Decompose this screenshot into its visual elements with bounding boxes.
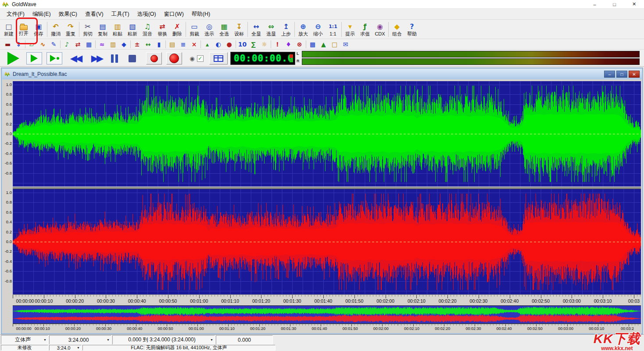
toolbar-button-paste[interactable]: ▥粘贴 [110,20,125,39]
menu-window[interactable]: 窗口(W) [160,9,188,19]
toolbar-button-undo[interactable]: ↶撤消 [48,20,63,39]
time-label: 00:01:40 [312,298,335,304]
control-properties-button[interactable] [209,50,228,67]
toolbar-button-select-view[interactable]: ◎选示 [202,20,217,39]
menu-help[interactable]: 帮助(H) [188,9,214,19]
app-titlebar[interactable]: GoldWave – □ ✕ [0,0,644,9]
total-length-select[interactable]: 3:24.000 ▼ [49,335,111,344]
selection-range-select[interactable]: 0.000 到 3:24.000 (3:24.000) ▼ [112,335,215,344]
effect-icon-22[interactable]: ∑ [248,39,259,49]
document-titlebar[interactable]: Dream_It_Possible.flac – □ ✕ [2,69,642,79]
toolbar-button-replace[interactable]: ⇄替换 [155,20,170,39]
effect-icon-7[interactable]: ⇄ [72,39,83,49]
stop-button[interactable] [125,50,139,67]
maximize-button[interactable]: □ [605,0,624,9]
effect-icon-5[interactable]: ✎ [48,39,59,49]
effect-icon-4[interactable]: ∿ [37,39,48,49]
amplitude-label: -0.4 [2,259,12,264]
fast-forward-button[interactable]: ▶▶ [87,50,106,67]
toolbar-button-zoom-in[interactable]: ⊕放大 [296,20,311,39]
effect-icon-29[interactable]: □ [329,39,340,49]
toolbar-button-select-all[interactable]: ▦全选 [217,20,232,39]
menu-tool[interactable]: 工具(T) [107,9,133,19]
toolbar-button-copy[interactable]: ▤复制 [95,20,110,39]
menu-options[interactable]: 选项(O) [133,9,160,19]
toolbar-button-help[interactable]: ?帮助 [404,20,419,39]
effect-icon-27[interactable]: ▩ [307,39,318,49]
menu-view[interactable]: 查看(V) [81,9,107,19]
effect-icon-2[interactable]: ⇕ [13,39,24,49]
effect-icon-13[interactable]: ↔ [143,39,154,49]
toolbar-button-join[interactable]: ◆组合 [390,20,404,39]
overview-strip[interactable] [13,305,641,324]
effect-icon-21[interactable]: 10 [237,39,248,49]
time-label: 00:03:10 [591,298,614,304]
toolbar-button-zoom-out[interactable]: ⊖缩小 [311,20,326,39]
menu-file[interactable]: 文件(F) [3,9,29,19]
toolbar-button-delete[interactable]: ✗删除 [170,20,185,39]
toolbar-button-open[interactable]: 打开 [16,20,31,39]
timeline-ruler[interactable]: 00:00:0000:00:1000:00:2000:00:3000:00:40… [13,294,641,304]
pause-button[interactable] [108,50,121,67]
effect-icon-1[interactable]: ▬ [2,39,13,49]
rewind-button[interactable]: ◀◀ [66,50,85,67]
selection-range-value: 0.000 到 3:24.000 (3:24.000) [128,336,195,344]
toolbar-button-view-all[interactable]: ↔全显 [249,20,264,39]
effect-icon-9[interactable]: ≈ [97,39,107,49]
effect-icon-10[interactable]: ▥ [107,39,118,49]
document-restore-button[interactable]: □ [616,71,627,78]
close-button[interactable]: ✕ [624,0,644,9]
effect-icon-23[interactable]: ☼ [259,39,270,49]
effect-icon-12[interactable]: ± [132,39,143,49]
effect-icon-30[interactable]: ✉ [340,39,351,49]
toolbar-button-redo[interactable]: ↷重复 [63,20,78,39]
toolbar-button-previous-zoom[interactable]: ↥上步 [279,20,293,39]
effect-icon-6[interactable]: ♪ [61,39,72,49]
monitor-toggle[interactable]: ◉ ✓ [187,50,206,67]
effect-icon-28[interactable]: ▲ [318,39,329,49]
effect-icon-20[interactable]: ● [224,39,235,49]
effect-icon-17[interactable]: × [189,39,200,49]
toolbar-button-mix[interactable]: ♫混音 [140,20,155,39]
toolbar-button-set-marker[interactable]: ↧设标 [232,20,247,39]
effect-icon-18[interactable]: ▴ [202,39,213,49]
menu-effect[interactable]: 效果(C) [55,9,81,19]
effect-icon-14[interactable]: ▮ [154,39,165,49]
toolbar-button-new[interactable]: □新建 [1,20,16,39]
toolbar-button-cut[interactable]: ✂剪切 [80,20,95,39]
toolbar-button-paste-new[interactable]: ▧粘新 [125,20,140,39]
document-close-button[interactable]: ✕ [629,71,640,78]
effect-icon-26[interactable]: ⊗ [294,39,305,49]
waveform-left-channel[interactable] [13,81,641,186]
effect-icon-15[interactable]: ▤ [167,39,178,49]
effect-icon-16[interactable]: ≡ [178,39,189,49]
toolbar-button-trim[interactable]: ▭剪裁 [187,20,202,39]
record-button[interactable] [166,50,182,67]
overview-ruler[interactable]: 00:00:0000:00:1000:00:2000:00:3000:00:40… [13,324,641,331]
toolbar-button-tips[interactable]: ▾提示 [343,20,358,39]
minimize-button[interactable]: – [585,0,605,9]
time-label: 00:00:40 [125,326,145,331]
effect-icon-19[interactable]: ◐ [213,39,224,49]
record-selection-button[interactable] [146,50,162,67]
play-marker-button[interactable] [46,50,63,67]
waveform-right-channel[interactable] [13,189,641,294]
effect-icon-8[interactable]: ▦ [83,39,94,49]
toolbar-button-view-selection[interactable]: ⇔选显 [264,20,279,39]
play-selection-button[interactable] [25,50,43,67]
menu-edit[interactable]: 编辑(E) [29,9,55,19]
play-button[interactable] [5,50,21,67]
toolbar-button-cdx[interactable]: ◉CDX [372,20,387,39]
toolbar-button-label: 帮助 [407,31,417,36]
toolbar-button-save[interactable]: ▣保存 [31,20,46,39]
effect-icon-11[interactable]: ◆ [118,39,129,49]
toolbar-button-zoom-1-1[interactable]: 1:11:1 [326,20,340,39]
effect-icon-25[interactable]: ♦ [283,39,294,49]
effect-icon-3[interactable]: ▱ [26,39,37,49]
view-length-select[interactable]: 3:24.0 ▼ [49,345,82,351]
channel-mode-select[interactable]: 立体声 ▼ [1,335,48,344]
effect-icon-24[interactable]: ! [272,39,283,49]
monitor-checkbox[interactable]: ✓ [197,55,204,62]
toolbar-button-evaluate[interactable]: ƒ求值 [358,20,372,39]
document-minimize-button[interactable]: – [604,71,615,78]
